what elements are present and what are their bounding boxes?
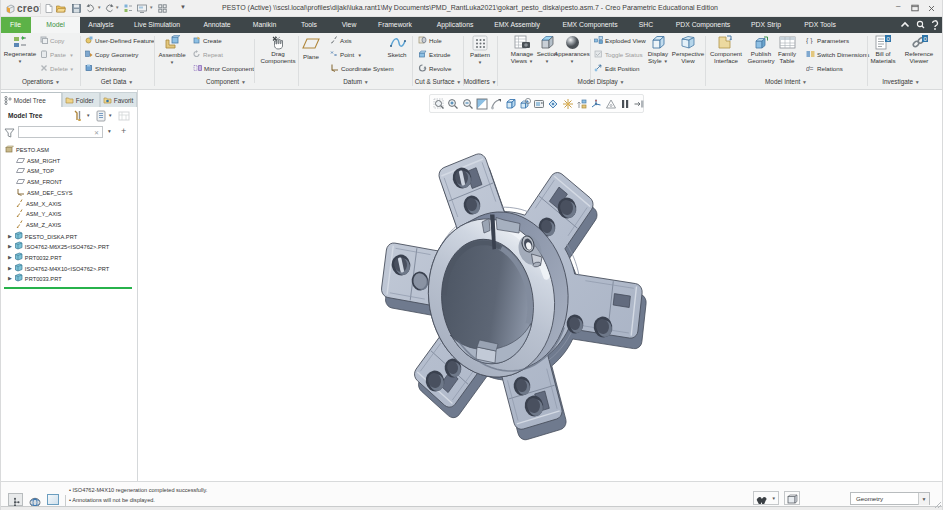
svg-text:d=: d= — [806, 65, 814, 72]
svg-text:{ }: { } — [806, 37, 813, 45]
